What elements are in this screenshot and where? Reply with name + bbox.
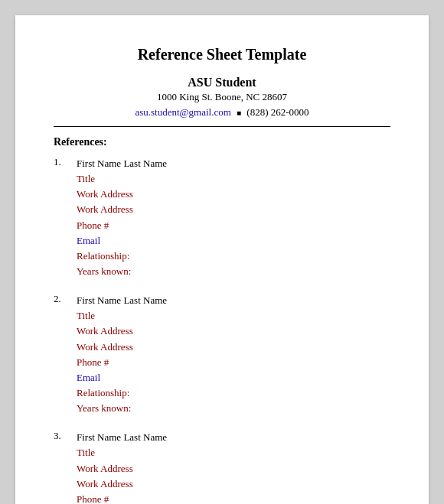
ref-1-title: Title bbox=[77, 171, 167, 187]
document-page: Reference Sheet Template ASU Student 100… bbox=[15, 15, 429, 504]
list-item: 2. First Name Last Name Title Work Addre… bbox=[54, 293, 390, 416]
references-heading: References: bbox=[54, 136, 390, 148]
student-address: 1000 King St. Boone, NC 28607 bbox=[54, 91, 390, 103]
ref-number-3: 3. bbox=[54, 430, 77, 504]
ref-2-work-address-2: Work Address bbox=[77, 340, 167, 355]
ref-2-phone: Phone # bbox=[77, 355, 167, 370]
ref-1-work-address-2: Work Address bbox=[77, 202, 167, 217]
list-item: 3. First Name Last Name Title Work Addre… bbox=[54, 430, 390, 504]
ref-2-name: First Name Last Name bbox=[77, 293, 167, 308]
ref-1-name: First Name Last Name bbox=[77, 156, 167, 171]
ref-2-email: Email bbox=[77, 370, 167, 385]
student-email: asu.student@gmail.com bbox=[135, 106, 230, 118]
ref-2-title: Title bbox=[77, 308, 167, 324]
ref-1-email: Email bbox=[77, 233, 167, 249]
ref-details-2: First Name Last Name Title Work Address … bbox=[77, 293, 167, 416]
ref-2-work-address-1: Work Address bbox=[77, 324, 167, 339]
ref-3-title: Title bbox=[77, 445, 167, 460]
student-contact: asu.student@gmail.com ■ (828) 262-0000 bbox=[54, 106, 390, 119]
ref-3-work-address-1: Work Address bbox=[77, 461, 167, 476]
ref-3-work-address-2: Work Address bbox=[77, 476, 167, 492]
ref-details-1: First Name Last Name Title Work Address … bbox=[77, 156, 167, 279]
ref-3-name: First Name Last Name bbox=[77, 430, 167, 445]
contact-separator: ■ bbox=[237, 109, 241, 117]
student-phone: (828) 262-0000 bbox=[246, 106, 309, 118]
list-item: 1. First Name Last Name Title Work Addre… bbox=[54, 156, 390, 279]
ref-2-relationship: Relationship: bbox=[77, 385, 167, 401]
ref-3-phone: Phone # bbox=[77, 492, 167, 504]
references-list: 1. First Name Last Name Title Work Addre… bbox=[54, 156, 390, 504]
header-divider bbox=[54, 126, 390, 127]
ref-1-work-address-1: Work Address bbox=[77, 187, 167, 202]
ref-1-phone: Phone # bbox=[77, 218, 167, 233]
student-name: ASU Student bbox=[54, 76, 390, 89]
ref-details-3: First Name Last Name Title Work Address … bbox=[77, 430, 167, 504]
page-title: Reference Sheet Template bbox=[54, 46, 390, 63]
ref-2-years: Years known: bbox=[77, 401, 167, 416]
ref-1-years: Years known: bbox=[77, 264, 167, 279]
ref-number-2: 2. bbox=[54, 293, 77, 416]
ref-1-relationship: Relationship: bbox=[77, 249, 167, 264]
ref-number-1: 1. bbox=[54, 156, 77, 279]
